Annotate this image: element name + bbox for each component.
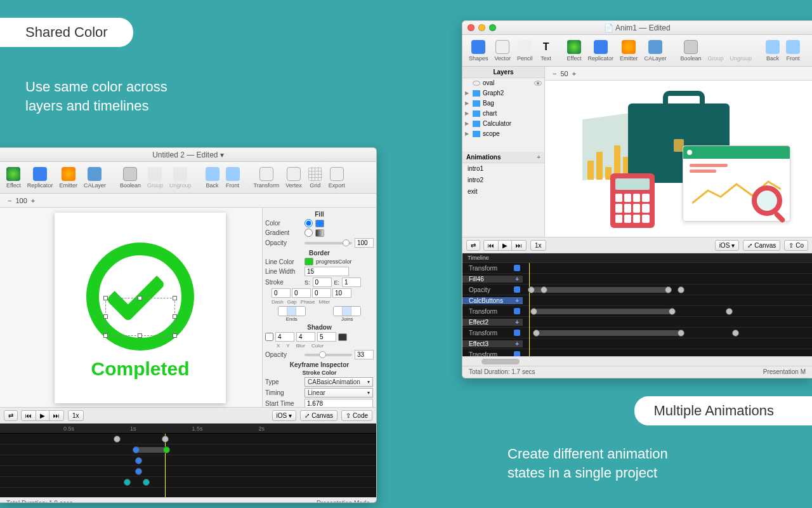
tb-grid[interactable]: Grid <box>306 166 325 190</box>
timeline-ruler[interactable]: 0.5s1s1.5s2s <box>0 424 376 434</box>
add-animation-button[interactable]: + <box>537 154 540 161</box>
linecolor-swatch[interactable] <box>304 258 313 265</box>
shadow-color-swatch[interactable] <box>338 333 347 341</box>
color-swatch[interactable] <box>315 220 324 227</box>
tb-calayer[interactable]: CALayer <box>81 166 108 190</box>
tb-vertex[interactable]: Vertex <box>283 166 304 190</box>
joins-buttons[interactable] <box>333 306 361 316</box>
tb-group[interactable]: Group <box>705 39 726 63</box>
zoom-plus[interactable]: + <box>568 70 580 77</box>
zoom-plus[interactable]: + <box>27 197 39 204</box>
type-dropdown[interactable]: CABasicAnimation <box>304 377 373 387</box>
opacity-slider[interactable] <box>304 242 352 244</box>
tb-shapes[interactable]: Shapes <box>466 39 491 63</box>
platform-dropdown[interactable]: iOS ▾ <box>272 410 297 421</box>
visibility-icon[interactable] <box>534 81 542 86</box>
tb-emitter[interactable]: Emitter <box>617 39 641 63</box>
tb-pencil[interactable]: Pencil <box>514 39 535 63</box>
track-effect3[interactable]: Effect3+ <box>462 340 523 347</box>
canvas[interactable]: Completed <box>0 208 262 407</box>
tb-calayer[interactable]: CALayer <box>641 39 669 63</box>
tb-group[interactable]: Group <box>145 166 166 190</box>
animation-exit[interactable]: exit <box>462 186 544 197</box>
track-opacity[interactable]: Opacity <box>462 286 523 293</box>
timeline[interactable]: 0.5s1s1.5s2s <box>0 424 376 497</box>
tb-boolean[interactable]: Boolean <box>117 166 143 190</box>
tb-back[interactable]: Back <box>203 166 222 190</box>
speed-button[interactable]: 1x <box>68 410 84 421</box>
shadow-opacity-slider[interactable] <box>304 354 352 356</box>
linewidth-field[interactable] <box>304 267 349 276</box>
canvas[interactable]: − 50 + <box>545 67 812 237</box>
titlebar[interactable]: 📄 Anim1 — Edited <box>462 21 812 35</box>
scene-artwork[interactable] <box>565 91 793 224</box>
minimize-icon[interactable] <box>478 24 485 31</box>
zoom-minus[interactable]: − <box>549 70 560 77</box>
selection-handles[interactable] <box>105 298 175 336</box>
tb-replicator[interactable]: Replicator <box>585 39 616 63</box>
speed-button[interactable]: 1x <box>530 240 546 251</box>
miter-field[interactable] <box>332 288 351 298</box>
animation-intro2[interactable]: intro2 <box>462 175 544 186</box>
animation-intro1[interactable]: intro1 <box>462 163 544 175</box>
phase-field[interactable] <box>312 288 331 298</box>
code-button[interactable]: ⇪ Code <box>341 410 372 421</box>
traffic-lights[interactable] <box>468 24 496 31</box>
track-effect2[interactable]: Effect2+ <box>462 319 523 326</box>
gradient-radio[interactable] <box>304 229 313 237</box>
layer-item-bag[interactable]: ▶Bag <box>462 98 544 109</box>
ends-buttons[interactable] <box>278 306 306 316</box>
opacity-field[interactable] <box>355 238 374 248</box>
tb-back[interactable]: Back <box>763 39 782 63</box>
play-button[interactable]: ▶ <box>498 240 512 251</box>
tb-front[interactable]: Front <box>783 39 802 63</box>
timing-dropdown[interactable]: Linear <box>304 388 373 398</box>
tb-emitter[interactable]: Emitter <box>56 166 80 190</box>
track-calcbuttons[interactable]: CalcButtons+ <box>462 297 523 304</box>
rewind-button[interactable]: ⏮ <box>483 240 499 251</box>
shadow-blur[interactable] <box>317 332 336 342</box>
shadow-opacity-field[interactable] <box>355 350 374 359</box>
canvas-button[interactable]: ⤢ Canvas <box>743 240 780 251</box>
gradient-swatch[interactable] <box>315 229 324 237</box>
tb-text[interactable]: TText <box>537 39 556 63</box>
tb-export[interactable]: Export <box>326 166 348 190</box>
zoom-minus[interactable]: − <box>4 197 15 204</box>
loop-button[interactable]: ⇄ <box>4 410 18 421</box>
layer-item-chart[interactable]: ▶chart <box>462 109 544 119</box>
zoom-icon[interactable] <box>489 24 496 31</box>
track-transform1[interactable]: Transform <box>462 308 523 315</box>
tb-transform[interactable]: Transform <box>251 166 282 190</box>
layer-item-calculator[interactable]: ▶Calculator <box>462 119 544 129</box>
track-fill46[interactable]: Fill46+ <box>462 276 523 283</box>
color-radio[interactable] <box>304 219 313 227</box>
timeline-scrollbar[interactable] <box>462 356 812 366</box>
tb-front[interactable]: Front <box>223 166 242 190</box>
gap-field[interactable] <box>292 288 311 298</box>
layer-item-oval[interactable]: oval <box>462 78 544 88</box>
platform-dropdown[interactable]: iOS ▾ <box>715 240 740 251</box>
tb-effect[interactable]: Effect <box>4 166 23 190</box>
completed-label[interactable]: Completed <box>91 358 189 380</box>
tb-ungroup[interactable]: Ungroup <box>167 166 194 190</box>
forward-button[interactable]: ⏭ <box>511 240 527 251</box>
shadow-x[interactable] <box>275 332 294 342</box>
shadow-y[interactable] <box>296 332 315 342</box>
tb-ungroup[interactable]: Ungroup <box>728 39 755 63</box>
tb-effect[interactable]: Effect <box>565 39 584 63</box>
starttime-field[interactable] <box>304 399 373 407</box>
layer-item-graph2[interactable]: ▶Graph2 <box>462 88 544 98</box>
play-button[interactable]: ▶ <box>36 410 49 421</box>
shadow-enable[interactable] <box>265 333 273 341</box>
tb-boolean[interactable]: Boolean <box>678 39 704 63</box>
loop-button[interactable]: ⇄ <box>466 240 480 251</box>
layer-item-scope[interactable]: ▶scope <box>462 129 544 139</box>
stroke-e-field[interactable] <box>342 277 361 287</box>
tb-vector[interactable]: Vector <box>492 39 514 63</box>
tb-replicator[interactable]: Replicator <box>25 166 56 190</box>
dash-field[interactable] <box>272 288 291 298</box>
track-transform2[interactable]: Transform <box>462 330 523 337</box>
rewind-button[interactable]: ⏮ <box>21 410 36 421</box>
code-button[interactable]: ⇪ Co <box>784 240 808 251</box>
stroke-s-field[interactable] <box>313 277 332 287</box>
